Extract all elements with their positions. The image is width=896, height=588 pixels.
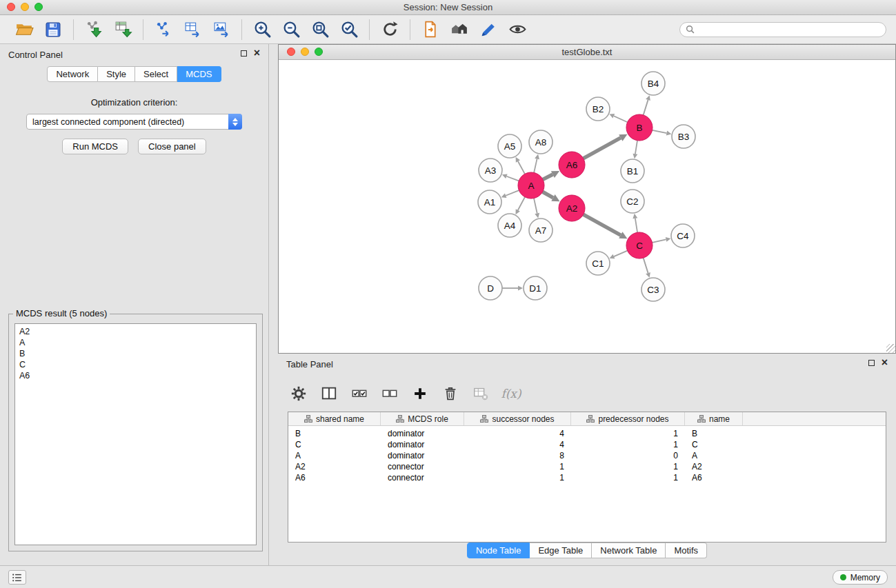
mcds-result-item[interactable]: A6 (19, 370, 252, 381)
mcds-result-item[interactable]: A2 (19, 326, 252, 337)
graph-node-A[interactable]: A (518, 172, 544, 199)
zoom-selected-button[interactable] (335, 17, 364, 43)
export-network-button[interactable] (149, 17, 178, 43)
search-box[interactable] (679, 22, 886, 37)
close-window-button[interactable] (7, 3, 15, 11)
graph-node-B1[interactable]: B1 (621, 159, 644, 183)
graph-node-A2[interactable]: A2 (559, 195, 585, 221)
graph-edge-A-A1[interactable] (501, 190, 519, 198)
dropdown-stepper-icon[interactable] (228, 114, 242, 130)
graph-edge-B-B1[interactable] (633, 141, 637, 159)
graph-node-A6[interactable]: A6 (559, 152, 585, 178)
table-tab-network-table[interactable]: Network Table (592, 543, 666, 558)
search-input[interactable] (699, 25, 880, 34)
graph-edge-A-A6[interactable] (543, 171, 559, 179)
tab-style[interactable]: Style (98, 66, 135, 82)
graph-edge-A6-B[interactable] (584, 134, 628, 159)
import-network-button[interactable] (79, 17, 108, 43)
graph-node-D1[interactable]: D1 (524, 276, 547, 300)
table-tab-motifs[interactable]: Motifs (666, 543, 707, 558)
table-row-B[interactable]: Bdominator41B (288, 428, 886, 439)
zoom-in-button[interactable] (248, 17, 277, 43)
network-zoom-button[interactable] (315, 48, 323, 56)
minimize-window-button[interactable] (21, 3, 29, 11)
optimization-criterion-dropdown[interactable]: largest connected component (directed) (26, 114, 242, 130)
run-mcds-button[interactable]: Run MCDS (62, 139, 128, 154)
graph-node-A8[interactable]: A8 (529, 130, 552, 154)
graph-node-C1[interactable]: C1 (586, 252, 610, 275)
table-row-A[interactable]: Adominator80A (288, 450, 886, 461)
save-session-button[interactable] (39, 17, 68, 43)
clear-selection-button[interactable] (380, 383, 399, 404)
function-builder-button[interactable]: f(x) (501, 383, 521, 404)
table-tab-edge-table[interactable]: Edge Table (530, 543, 592, 558)
add-column-button[interactable] (410, 383, 430, 404)
column-header-MCDS-role[interactable]: MCDS role (381, 412, 464, 425)
zoom-window-button[interactable] (34, 3, 43, 11)
graph-edge-A-A7[interactable] (534, 199, 539, 219)
table-settings-button[interactable] (289, 383, 308, 404)
graph-edge-A-A3[interactable] (502, 174, 519, 181)
table-row-C[interactable]: Cdominator41C (288, 439, 886, 450)
table-body[interactable]: Bdominator41BCdominator41CAdominator80AA… (288, 426, 886, 483)
graph-node-C4[interactable]: C4 (671, 224, 695, 247)
show-columns-button[interactable] (319, 383, 339, 404)
home-layout-button[interactable] (445, 17, 474, 43)
graph-edge-B-B3[interactable] (653, 130, 672, 136)
delete-table-button[interactable] (471, 383, 490, 404)
graph-edge-A2-C[interactable] (584, 214, 628, 239)
graph-node-C2[interactable]: C2 (621, 190, 644, 213)
tab-mcds[interactable]: MCDS (177, 66, 221, 82)
graph-edge-A-A2[interactable] (543, 192, 560, 201)
graph-node-C3[interactable]: C3 (641, 278, 665, 301)
column-header-name[interactable]: name (685, 412, 743, 425)
graph-node-A5[interactable]: A5 (498, 134, 521, 158)
network-close-button[interactable] (287, 48, 295, 56)
network-minimize-button[interactable] (301, 48, 309, 56)
graph-edge-A-A4[interactable] (515, 197, 525, 214)
network-graph[interactable]: B4B2BB3A5A8A6B1A3AC2A1A2A4A7CC4C1C3DD1 (279, 60, 895, 353)
task-history-button[interactable] (8, 570, 26, 585)
show-graphics-button[interactable] (503, 17, 532, 43)
delete-column-button[interactable] (441, 383, 460, 404)
graph-edge-C-C1[interactable] (610, 251, 628, 259)
tab-network[interactable]: Network (47, 66, 98, 82)
graph-node-D[interactable]: D (479, 276, 502, 300)
refresh-view-button[interactable] (375, 17, 404, 43)
mcds-result-item[interactable]: A (19, 337, 252, 348)
float-table-panel-icon[interactable] (868, 360, 875, 366)
zoom-fit-button[interactable] (306, 17, 335, 43)
mcds-result-item[interactable]: C (19, 359, 252, 370)
open-session-button[interactable] (416, 17, 445, 43)
column-header-predecessor-nodes[interactable]: predecessor nodes (571, 412, 685, 425)
graph-edge-C-C4[interactable] (653, 237, 671, 243)
import-table-button[interactable] (108, 17, 137, 43)
table-row-A6[interactable]: A6connector11A6 (288, 472, 886, 483)
graph-edge-B-B4[interactable] (644, 95, 650, 115)
close-panel-button[interactable]: Close panel (138, 139, 206, 154)
network-canvas[interactable]: B4B2BB3A5A8A6B1A3AC2A1A2A4A7CC4C1C3DD1 (279, 60, 895, 353)
graph-node-A4[interactable]: A4 (498, 214, 521, 237)
graph-node-A3[interactable]: A3 (479, 159, 502, 182)
tab-select[interactable]: Select (135, 66, 177, 82)
graph-edge-C-C3[interactable] (644, 258, 650, 278)
graph-node-B[interactable]: B (626, 114, 653, 141)
graph-node-B2[interactable]: B2 (586, 97, 610, 121)
select-all-button[interactable] (350, 383, 369, 404)
graph-edge-B-B2[interactable] (609, 114, 627, 122)
network-window-titlebar[interactable]: testGlobe.txt (279, 45, 895, 60)
graph-node-B4[interactable]: B4 (641, 72, 665, 95)
graph-node-C[interactable]: C (626, 232, 653, 258)
close-table-panel-icon[interactable]: × (882, 359, 888, 366)
zoom-out-button[interactable] (277, 17, 306, 43)
close-panel-icon[interactable]: × (254, 50, 260, 57)
graph-edge-D-D1[interactable] (502, 286, 523, 291)
graph-node-B3[interactable]: B3 (672, 125, 695, 148)
mcds-result-list[interactable]: A2ABCA6 (14, 323, 257, 545)
graph-node-A1[interactable]: A1 (478, 190, 501, 214)
open-file-button[interactable] (10, 17, 39, 43)
mcds-result-item[interactable]: B (19, 348, 252, 359)
column-header-shared-name[interactable]: shared name (288, 412, 381, 425)
export-table-button[interactable] (178, 17, 207, 43)
graph-edge-C-C2[interactable] (633, 214, 637, 232)
